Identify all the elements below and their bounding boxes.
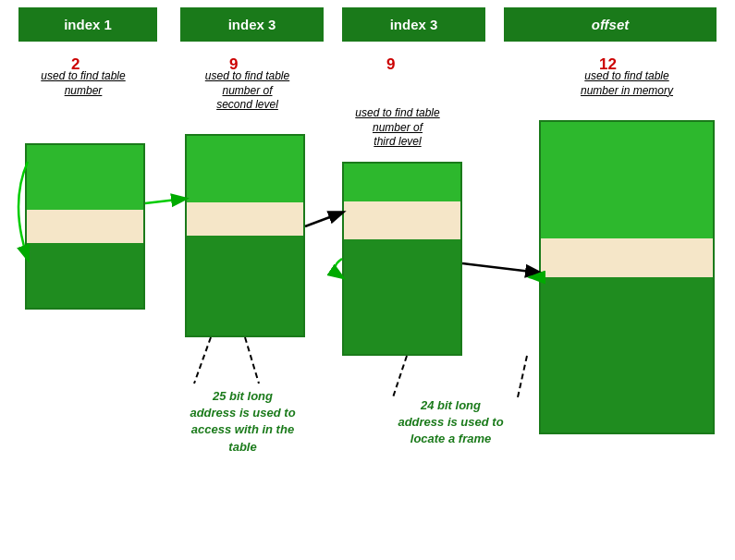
header-index2-label: index 3 — [228, 17, 276, 32]
table3-row-cream — [344, 201, 460, 239]
bottom-label-2: 24 bit longaddress is used tolocate a fr… — [370, 397, 532, 448]
num-label-3: 9 — [386, 55, 395, 74]
table4-row-green-top — [541, 122, 713, 238]
header-index3-label: index 3 — [390, 17, 438, 32]
table-block-4 — [539, 120, 715, 434]
header-offset-label: offset — [592, 17, 630, 32]
svg-line-1 — [245, 337, 259, 383]
table3-row-green-bottom — [344, 239, 460, 354]
table-block-2 — [185, 134, 305, 337]
svg-line-2 — [393, 356, 407, 397]
table4-row-cream — [541, 238, 713, 277]
desc-text-2: used to find tablenumber ofsecond level — [176, 69, 319, 113]
table1-row-green-bottom — [27, 243, 143, 308]
table2-row-green-top — [187, 136, 303, 202]
table2-row-cream — [187, 202, 303, 236]
header-index1: index 1 — [18, 7, 157, 42]
desc-text-1: used to find tablenumber — [18, 69, 148, 98]
table3-row-green-top — [344, 164, 460, 201]
table1-row-cream — [27, 210, 143, 242]
table-block-1 — [25, 143, 145, 310]
table1-row-green-top — [27, 145, 143, 210]
header-index1-label: index 1 — [64, 17, 112, 32]
svg-line-0 — [194, 337, 211, 383]
header-offset: offset — [504, 7, 717, 42]
desc-text-3: used to find tablenumber ofthird level — [324, 106, 472, 150]
table-block-3 — [342, 162, 462, 356]
table4-row-green-bottom — [541, 277, 713, 432]
diagram: index 1 index 3 index 3 offset 2 9 9 12 … — [0, 0, 735, 560]
table2-row-green-bottom — [187, 236, 303, 335]
header-index3: index 3 — [342, 7, 485, 42]
svg-line-3 — [518, 356, 527, 397]
bottom-label-1: 25 bit longaddress is used toaccess with… — [166, 388, 319, 456]
desc-text-4: used to find tablenumber in memory — [534, 69, 719, 98]
header-index2: index 3 — [180, 7, 324, 42]
